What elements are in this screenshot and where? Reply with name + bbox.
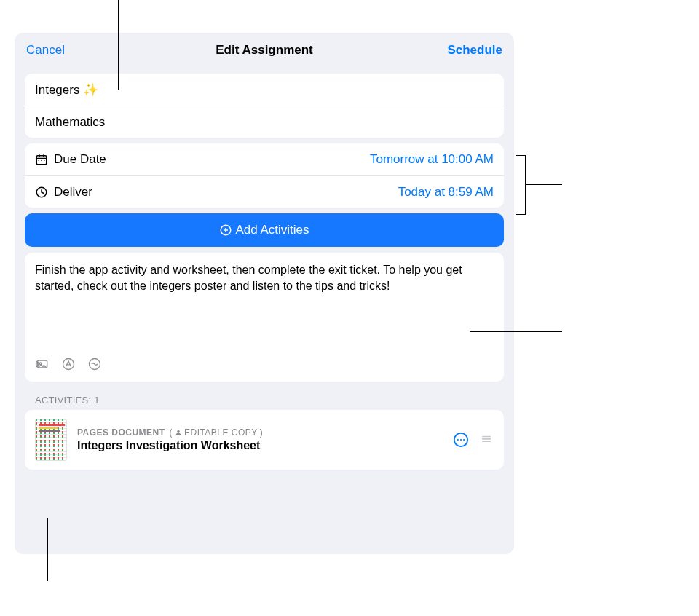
assignment-title-field[interactable]: Integers ✨ — [25, 74, 504, 106]
callout-line — [526, 184, 562, 185]
deliver-label: Deliver — [54, 185, 92, 200]
drag-handle-icon[interactable] — [479, 431, 494, 449]
header-bar: Cancel Edit Assignment Schedule — [15, 33, 514, 68]
dates-card: Due Date Tomorrow at 10:00 AM Deliver To… — [25, 143, 504, 208]
instructions-card: Finish the app activity and worksheet, t… — [25, 253, 504, 382]
title-card: Integers ✨ Mathematics — [25, 74, 504, 138]
activity-type-label: PAGES DOCUMENT — [77, 427, 165, 438]
activity-thumbnail — [35, 419, 67, 461]
svg-point-19 — [460, 439, 462, 441]
activity-title: Integers Investigation Worksheet — [77, 439, 443, 452]
due-date-value[interactable]: Tomorrow at 10:00 AM — [370, 152, 494, 167]
person-icon — [175, 429, 182, 436]
svg-point-20 — [463, 439, 465, 441]
deliver-value[interactable]: Today at 8:59 AM — [398, 185, 494, 200]
due-date-row[interactable]: Due Date Tomorrow at 10:00 AM — [25, 143, 504, 175]
clock-icon — [35, 186, 48, 199]
audio-icon[interactable] — [87, 357, 102, 374]
attachments-toolbar — [35, 357, 494, 374]
assignment-title-text: Integers ✨ — [35, 82, 98, 98]
instructions-field[interactable]: Finish the app activity and worksheet, t… — [35, 262, 494, 342]
plus-circle-icon — [219, 224, 232, 237]
calendar-icon — [35, 153, 48, 166]
activity-editable-label: EDITABLE COPY — [184, 427, 258, 438]
activities-section-label: ACTIVITIES: 1 — [35, 395, 494, 406]
due-date-label: Due Date — [54, 152, 106, 167]
add-activities-label: Add Activities — [235, 223, 309, 237]
callout-line — [470, 331, 562, 332]
more-button[interactable] — [453, 432, 469, 448]
activity-meta: PAGES DOCUMENT ( EDITABLE COPY ) Integer… — [77, 427, 443, 452]
callout-bracket — [510, 155, 526, 215]
svg-point-18 — [457, 439, 459, 441]
add-activities-button[interactable]: Add Activities — [25, 213, 504, 247]
activity-item[interactable]: PAGES DOCUMENT ( EDITABLE COPY ) Integer… — [25, 410, 504, 470]
assignment-subject-text: Mathematics — [35, 115, 105, 130]
edit-assignment-panel: Cancel Edit Assignment Schedule Integers… — [15, 33, 514, 554]
callout-line — [118, 0, 119, 90]
deliver-row[interactable]: Deliver Today at 8:59 AM — [25, 175, 504, 208]
page-title: Edit Assignment — [216, 43, 313, 58]
svg-point-16 — [177, 430, 179, 433]
callout-line — [47, 518, 48, 581]
cancel-button[interactable]: Cancel — [26, 43, 65, 58]
photo-icon[interactable] — [35, 357, 50, 374]
schedule-button[interactable]: Schedule — [447, 43, 502, 58]
markup-icon[interactable] — [61, 357, 76, 374]
assignment-subject-field[interactable]: Mathematics — [25, 106, 504, 138]
